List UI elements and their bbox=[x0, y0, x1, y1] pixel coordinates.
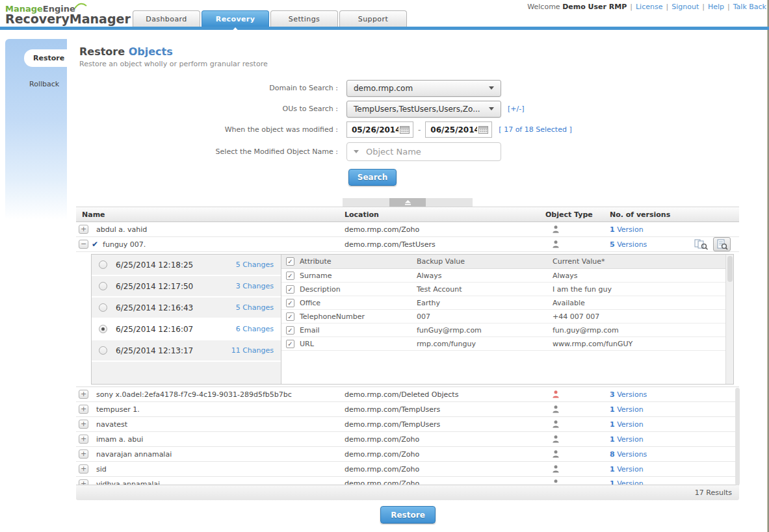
version-row[interactable]: 6/25/2014 12:17:50 3 Changes bbox=[92, 276, 281, 298]
tab-settings[interactable]: Settings bbox=[270, 10, 338, 27]
version-row[interactable]: 6/25/2014 12:16:07 6 Changes bbox=[92, 319, 281, 340]
sidebar-item-restore[interactable]: Restore bbox=[24, 49, 67, 67]
results-scrollbar-thumb[interactable] bbox=[735, 388, 740, 485]
row-name-cell: + navatest bbox=[76, 420, 345, 429]
attribute-name: Description bbox=[300, 285, 417, 294]
versions-link[interactable]: 8 Versions bbox=[610, 450, 647, 459]
date-from-input[interactable] bbox=[352, 125, 398, 134]
attribute-checkbox[interactable]: ✓ bbox=[286, 272, 294, 280]
detail-scrollbar[interactable] bbox=[725, 255, 733, 384]
changes-link[interactable]: 3 Changes bbox=[236, 282, 274, 290]
row-expander-button[interactable]: + bbox=[79, 390, 88, 399]
tab-dashboard[interactable]: Dashboard bbox=[133, 10, 200, 27]
version-radio[interactable] bbox=[99, 346, 107, 355]
object-location: demo.rmp.com/TempUsers bbox=[345, 405, 543, 414]
row-expander-button[interactable]: + bbox=[79, 405, 88, 414]
object-name: vidhya annamalai bbox=[96, 480, 160, 485]
row-expander-button[interactable]: + bbox=[79, 479, 88, 485]
attribute-backup-value: funGuy@rmp.com bbox=[417, 326, 553, 335]
version-row[interactable]: 6/25/2014 12:13:17 11 Changes bbox=[92, 340, 281, 362]
row-expander-button[interactable]: + bbox=[79, 420, 88, 429]
attribute-checkbox[interactable]: ✓ bbox=[286, 285, 294, 294]
detail-scrollbar-thumb[interactable] bbox=[727, 256, 733, 282]
versions-cell: 1 Version bbox=[610, 405, 739, 414]
versions-link[interactable]: 1 Version bbox=[610, 479, 644, 485]
link-separator: | bbox=[666, 3, 668, 11]
versions-link[interactable]: 5 Versions bbox=[610, 240, 647, 249]
versions-link[interactable]: 1 Version bbox=[610, 420, 644, 429]
select-all-attributes-checkbox[interactable]: ✓ bbox=[286, 257, 294, 266]
results-body: + abdul a. vahid demo.rmp.com/Zoho 1 Ver… bbox=[76, 222, 739, 485]
chevron-down-icon[interactable] bbox=[354, 150, 359, 153]
version-radio[interactable] bbox=[99, 303, 107, 312]
ou-edit-link[interactable]: [+/-] bbox=[508, 105, 524, 113]
object-type-cell bbox=[543, 420, 610, 428]
changes-link[interactable]: 6 Changes bbox=[236, 325, 274, 333]
attribute-checkbox[interactable]: ✓ bbox=[286, 299, 294, 307]
versions-link[interactable]: 1 Version bbox=[610, 465, 644, 474]
object-type-cell bbox=[543, 390, 610, 398]
version-radio[interactable] bbox=[99, 260, 107, 269]
attribute-current-value: www.rmp.com/funGUY bbox=[553, 340, 725, 348]
view-attributes-icon[interactable] bbox=[713, 237, 731, 251]
domain-dropdown[interactable]: demo.rmp.com bbox=[346, 80, 501, 97]
tab-support[interactable]: Support bbox=[339, 10, 407, 27]
results-footer: 17 Results bbox=[76, 485, 739, 500]
version-row[interactable]: 6/25/2014 12:16:43 5 Changes bbox=[92, 298, 281, 319]
attribute-checkbox[interactable]: ✓ bbox=[286, 312, 294, 321]
user-bar: Welcome Demo User RMP|License|Signout|He… bbox=[527, 3, 766, 11]
version-radio[interactable] bbox=[99, 282, 107, 290]
changes-link[interactable]: 11 Changes bbox=[231, 346, 274, 355]
row-expander-button[interactable]: + bbox=[79, 450, 88, 459]
collapse-strip bbox=[76, 198, 739, 207]
attribute-column-header: Attribute bbox=[300, 257, 417, 266]
object-name: funguy 007. bbox=[103, 240, 146, 249]
version-row[interactable]: 6/25/2014 12:18:25 5 Changes bbox=[92, 255, 281, 276]
changes-link[interactable]: 5 Changes bbox=[236, 260, 274, 269]
restore-button[interactable]: Restore bbox=[380, 506, 436, 524]
compare-versions-icon[interactable] bbox=[692, 237, 710, 251]
versions-link[interactable]: 3 Versions bbox=[610, 390, 647, 399]
row-expander-button[interactable]: − bbox=[79, 240, 88, 249]
attribute-checkbox[interactable]: ✓ bbox=[286, 340, 294, 348]
talk-back-link[interactable]: Talk Back bbox=[733, 3, 766, 11]
attribute-checkbox[interactable]: ✓ bbox=[286, 326, 294, 335]
versions-link[interactable]: 1 Version bbox=[610, 225, 644, 234]
object-name: sid bbox=[96, 465, 107, 474]
row-expander-button[interactable]: + bbox=[79, 225, 88, 234]
date-to-input[interactable] bbox=[430, 125, 477, 134]
object-name-input[interactable] bbox=[366, 147, 494, 157]
versions-link[interactable]: 1 Version bbox=[610, 435, 644, 444]
row-checkbox-checked-icon[interactable]: ✔ bbox=[92, 240, 98, 248]
calendar-icon[interactable] bbox=[400, 125, 410, 134]
sidebar-item-rollback[interactable]: Rollback bbox=[29, 80, 67, 88]
results-header: Name Location Object Type No. of version… bbox=[76, 207, 739, 222]
row-expander-button[interactable]: + bbox=[79, 464, 88, 474]
column-header-location: Location bbox=[345, 210, 543, 219]
help-link[interactable]: Help bbox=[708, 3, 724, 11]
table-row: + sid demo.rmp.com/Zoho 1 Version bbox=[76, 462, 739, 477]
object-name-combo[interactable] bbox=[346, 142, 501, 161]
attribute-name: Surname bbox=[300, 272, 417, 280]
tab-recovery[interactable]: Recovery bbox=[202, 10, 269, 27]
calendar-icon[interactable] bbox=[478, 125, 488, 134]
signout-link[interactable]: Signout bbox=[671, 3, 699, 11]
date-to-box bbox=[425, 121, 492, 138]
ous-dropdown[interactable]: TempUsers,TestUsers,Users,Zo... bbox=[346, 101, 501, 118]
version-radio[interactable] bbox=[99, 325, 107, 333]
changes-link[interactable]: 5 Changes bbox=[236, 303, 274, 312]
license-link[interactable]: License bbox=[636, 3, 662, 11]
versions-link[interactable]: 1 Version bbox=[610, 405, 644, 414]
selected-count-link[interactable]: [ 17 of 18 Selected ] bbox=[499, 125, 571, 134]
page-title: Restore Objects bbox=[79, 45, 756, 58]
deleted-user-icon bbox=[553, 390, 559, 398]
link-separator: | bbox=[702, 3, 705, 11]
row-expander-button[interactable]: + bbox=[79, 435, 88, 444]
version-timestamp: 6/25/2014 12:17:50 bbox=[116, 282, 193, 291]
versions-cell: 1 Version bbox=[610, 479, 739, 485]
attribute-panel: ✓ Attribute Backup Value Current Value* … bbox=[281, 255, 725, 384]
row-name-cell: + sony x.0adel:2efa4178-f7c9-4c19-9031-2… bbox=[76, 390, 345, 399]
collapse-handle[interactable] bbox=[389, 198, 426, 207]
search-button[interactable]: Search bbox=[348, 169, 397, 186]
object-type-cell bbox=[543, 435, 610, 443]
